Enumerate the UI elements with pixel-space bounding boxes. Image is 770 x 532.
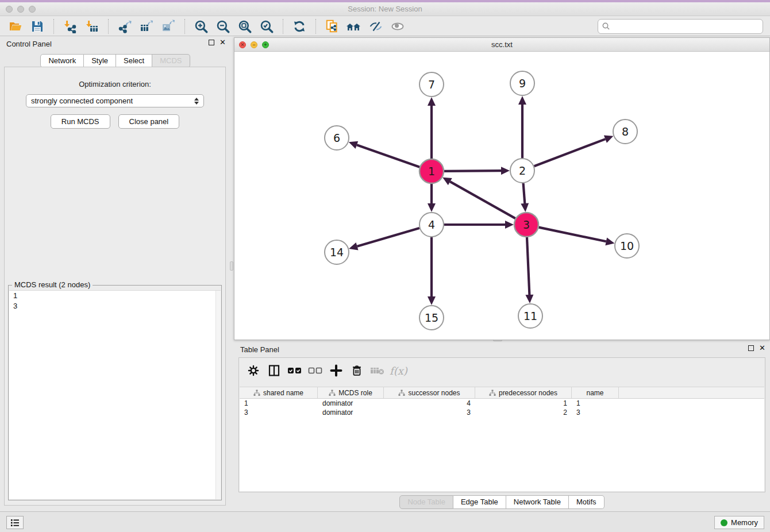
cell-successor-nodes[interactable]: 4 <box>384 399 475 408</box>
session-title: Session: New Session <box>0 2 770 16</box>
table-panel-header: Table Panel ✕ <box>234 342 770 357</box>
close-panel-icon[interactable]: ✕ <box>220 39 226 46</box>
zoom-out-icon[interactable] <box>214 18 232 35</box>
tab-select[interactable]: Select <box>116 54 152 68</box>
tab-mcds[interactable]: MCDS <box>152 54 190 68</box>
minimize-network-button[interactable]: − <box>251 41 257 48</box>
tab-network[interactable]: Network <box>40 54 84 68</box>
delete-row-icon[interactable] <box>348 362 365 379</box>
column-header-predecessor-nodes[interactable]: predecessor nodes <box>475 387 572 398</box>
close-network-button[interactable]: ✕ <box>239 41 246 48</box>
network-view-window: ✕ − + scc.txt 7968124314101511 <box>234 37 770 340</box>
float-panel-icon[interactable] <box>209 40 214 45</box>
column-header-name[interactable]: name <box>572 387 619 398</box>
open-file-icon[interactable] <box>6 18 25 35</box>
main-titlebar: Session: New Session <box>0 2 770 16</box>
vertical-splitter-handle[interactable] <box>230 261 233 271</box>
run-mcds-button[interactable]: Run MCDS <box>51 114 110 129</box>
export-image-icon[interactable] <box>159 18 178 35</box>
export-table-icon[interactable] <box>137 18 156 35</box>
optimization-criterion-dropdown[interactable]: strongly connected component <box>26 94 204 107</box>
cell-mcds-role[interactable]: dominator <box>318 399 384 408</box>
graph-edge-2-8[interactable] <box>534 139 606 166</box>
memory-button[interactable]: Memory <box>714 516 764 529</box>
cell-predecessor-nodes[interactable]: 2 <box>475 408 572 417</box>
network-window-titlebar: ✕ − + scc.txt <box>234 38 769 52</box>
column-header-mcds-role[interactable]: MCDS role <box>318 387 384 398</box>
node-table: shared name MCDS role successor nodes pr… <box>240 387 764 491</box>
graph-edge-arrowhead <box>428 97 436 106</box>
duplicate-network-icon[interactable] <box>323 18 341 35</box>
unchecked-boxes-icon <box>308 365 323 376</box>
graph-edge-1-2[interactable] <box>444 171 501 171</box>
close-window-button[interactable] <box>6 6 13 13</box>
tab-edge-table[interactable]: Edge Table <box>453 495 506 509</box>
add-row-icon[interactable] <box>328 362 345 379</box>
graph-edge-3-1[interactable] <box>450 182 515 218</box>
zoom-selected-icon[interactable] <box>257 18 276 35</box>
cell-mcds-role[interactable]: dominator <box>318 408 384 417</box>
zoom-in-icon[interactable] <box>192 18 210 35</box>
close-panel-button[interactable]: Close panel <box>118 114 180 129</box>
mcds-result-title: MCDS result (2 nodes) <box>12 280 93 289</box>
graph-node-label: 14 <box>330 246 344 259</box>
column-visibility-icon[interactable] <box>265 362 283 379</box>
eye-glyph <box>390 20 406 33</box>
table-panel-title: Table Panel <box>240 345 279 354</box>
split-table-icon <box>267 364 281 377</box>
deselect-all-icon[interactable] <box>307 362 324 379</box>
import-network-icon[interactable] <box>61 18 79 35</box>
table-row[interactable]: 1 dominator 4 1 1 <box>240 399 764 408</box>
import-table-icon[interactable] <box>83 18 101 35</box>
mcds-result-list[interactable]: 1 3 <box>9 290 221 499</box>
table-header-row: shared name MCDS role successor nodes pr… <box>240 387 764 399</box>
graph-edge-4-14[interactable] <box>357 228 419 246</box>
float-table-panel-icon[interactable] <box>748 345 754 351</box>
refresh-glyph <box>292 19 307 34</box>
select-all-icon[interactable] <box>286 362 303 379</box>
table-settings-icon[interactable] <box>245 362 262 379</box>
open-ndex-icon[interactable] <box>345 18 363 35</box>
function-builder-icon[interactable]: f(x) <box>390 365 407 377</box>
zoom-fit-icon[interactable] <box>236 18 254 35</box>
graph-node-label: 8 <box>622 125 629 138</box>
maximize-network-button[interactable]: + <box>262 41 269 48</box>
tab-style[interactable]: Style <box>84 54 116 68</box>
export-network-icon[interactable] <box>116 18 134 35</box>
tab-motifs[interactable]: Motifs <box>569 495 605 509</box>
table-row[interactable]: 3 dominator 3 2 3 <box>240 408 764 417</box>
table-toolbar: f(x) <box>239 358 765 383</box>
cell-shared-name[interactable]: 3 <box>240 408 318 417</box>
refresh-view-icon[interactable] <box>290 18 309 35</box>
memory-status-dot-icon <box>721 519 727 526</box>
network-canvas[interactable]: 7968124314101511 <box>234 52 769 340</box>
graph-edge-1-6[interactable] <box>357 145 419 167</box>
cell-name[interactable]: 3 <box>572 408 619 417</box>
save-session-icon[interactable] <box>28 18 47 35</box>
cell-predecessor-nodes[interactable]: 1 <box>475 399 572 408</box>
toolbar-separator <box>53 19 54 34</box>
delete-table-icon[interactable] <box>369 362 386 379</box>
table-delete-icon <box>370 365 385 376</box>
graph-node-label: 4 <box>428 218 435 231</box>
cell-name[interactable]: 1 <box>572 399 619 408</box>
graph-edge-2-3[interactable] <box>523 183 525 203</box>
tab-network-table[interactable]: Network Table <box>506 495 569 509</box>
graph-edge-3-10[interactable] <box>539 228 606 242</box>
show-graphics-details-icon[interactable] <box>388 18 407 35</box>
tab-node-table[interactable]: Node Table <box>399 495 453 509</box>
cell-shared-name[interactable]: 1 <box>240 399 318 408</box>
search-input[interactable] <box>611 21 763 32</box>
result-scrollbar[interactable] <box>215 291 221 499</box>
task-history-button[interactable] <box>6 516 24 529</box>
cell-successor-nodes[interactable]: 3 <box>384 408 475 417</box>
maximize-window-button[interactable] <box>29 6 36 13</box>
column-header-successor-nodes[interactable]: successor nodes <box>384 387 475 398</box>
graph-edge-3-11[interactable] <box>527 237 529 295</box>
close-table-panel-icon[interactable]: ✕ <box>759 345 765 352</box>
table-panel-body: f(x) shared name MCDS role successor nod… <box>238 357 765 492</box>
column-header-shared-name[interactable]: shared name <box>240 387 318 398</box>
minimize-window-button[interactable] <box>17 6 24 13</box>
hide-graphics-details-icon[interactable] <box>367 18 385 35</box>
graph-node-label: 7 <box>428 78 435 91</box>
